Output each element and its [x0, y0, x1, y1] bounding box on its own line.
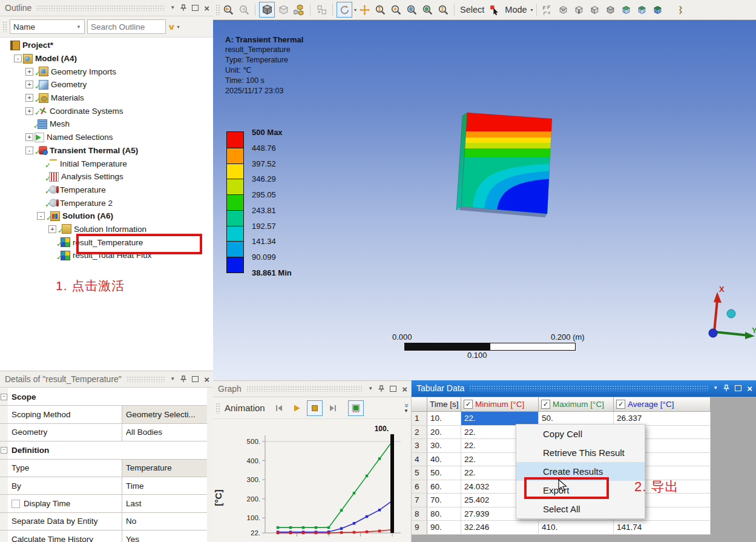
table-cell[interactable]: 40.	[427, 453, 461, 467]
skip-to-end-icon[interactable]	[326, 401, 340, 415]
expand-search-icon[interactable]: ∨	[167, 22, 176, 31]
panel-menu-caret-icon[interactable]: ▼	[713, 386, 718, 391]
tree-item[interactable]: -Model (A4)	[0, 52, 213, 65]
table-cell[interactable]: 410.	[539, 521, 614, 535]
unshaded-cube-icon[interactable]	[276, 2, 291, 17]
row-number-cell[interactable]: 3	[412, 439, 427, 453]
row-number-cell[interactable]: 1	[412, 412, 427, 426]
tree-item[interactable]: -✓Solution (A6)	[0, 210, 213, 223]
geometry-viewport[interactable]: A: Transient Thermalresult_TemperatureTy…	[213, 20, 756, 380]
tree-expander-icon[interactable]: +	[25, 68, 33, 76]
pin-icon[interactable]	[180, 375, 186, 383]
context-menu-item[interactable]: Copy Cell	[516, 425, 645, 443]
tree-expander-icon[interactable]: -	[14, 55, 22, 62]
close-icon[interactable]: ×	[747, 384, 752, 393]
details-row[interactable]: TypeTemperature	[0, 460, 207, 477]
viewports-icon[interactable]	[314, 2, 329, 17]
tree-item[interactable]: ✓result_Temperature	[0, 236, 213, 249]
select-face-icon[interactable]	[588, 2, 602, 17]
table-cell[interactable]: 20.	[427, 426, 461, 440]
select-mesh-node-icon[interactable]	[619, 2, 634, 17]
table-cell[interactable]: 90.	[427, 521, 461, 535]
pin-icon[interactable]	[180, 4, 186, 12]
column-header[interactable]: ✓Maximum [°C]	[539, 397, 614, 412]
details-row[interactable]: Separate Data by EntityNo	[0, 513, 207, 530]
details-value[interactable]: All Bodies	[122, 424, 207, 441]
explode-view-icon[interactable]	[292, 2, 306, 17]
tree-expander-icon[interactable]: +	[25, 107, 33, 115]
maximize-icon[interactable]	[390, 386, 396, 392]
tree-expander-icon[interactable]: +	[25, 81, 33, 88]
close-icon[interactable]: ×	[204, 375, 209, 384]
column-checkbox[interactable]: ✓	[541, 400, 550, 409]
tree-expander-icon[interactable]: +	[25, 94, 33, 102]
table-cell[interactable]: 32.246	[461, 521, 539, 535]
maximize-icon[interactable]	[192, 5, 199, 11]
context-menu-item[interactable]: Retrieve This Result	[516, 443, 645, 462]
tree-expander-icon[interactable]: -	[37, 212, 45, 220]
result-set-chart-icon[interactable]	[348, 400, 364, 416]
close-icon[interactable]: ×	[402, 385, 407, 394]
time-history-chart[interactable]: 500.400.300.200.100.22.[°C]100.	[213, 419, 412, 542]
row-number-cell[interactable]: 9	[412, 521, 427, 535]
close-icon[interactable]: ×	[204, 4, 209, 13]
rotate-icon[interactable]	[337, 2, 352, 18]
details-row[interactable]: Display TimeLast	[0, 495, 207, 512]
tree-item[interactable]: ✓result_Total Heat Flux	[0, 249, 213, 262]
row-number-cell[interactable]: 6	[412, 480, 427, 494]
select-mesh-elem-icon[interactable]	[651, 2, 665, 17]
zoom-all-icon[interactable]	[420, 2, 435, 17]
pin-icon[interactable]	[378, 385, 384, 392]
details-value[interactable]: Temperature	[122, 460, 207, 477]
details-value[interactable]: No	[122, 513, 207, 530]
zoom-prev-icon[interactable]	[436, 2, 450, 17]
play-icon[interactable]	[289, 401, 304, 415]
toolbar-grip[interactable]	[2, 21, 7, 32]
details-row[interactable]: GeometryAll Bodies	[0, 424, 207, 441]
shaded-cube-icon[interactable]	[259, 2, 275, 18]
details-row[interactable]: Scoping MethodGeometry Selecti...	[0, 406, 207, 423]
tree-item[interactable]: ✓Initial Temperature	[0, 157, 213, 170]
tree-expander-icon[interactable]: +	[25, 133, 33, 141]
row-number-cell[interactable]: 8	[412, 507, 427, 521]
maximize-icon[interactable]	[192, 376, 199, 382]
tree-item[interactable]: +✓Solution Information	[0, 223, 213, 236]
table-cell[interactable]: 80.	[427, 507, 461, 521]
zoom-box-icon[interactable]	[389, 2, 403, 17]
label-filter-icon[interactable]	[541, 2, 555, 17]
tree-item[interactable]: ✓Temperature	[0, 183, 213, 197]
maximize-icon[interactable]	[735, 385, 741, 391]
row-number-cell[interactable]: 2	[412, 426, 427, 440]
table-cell[interactable]: 60.	[427, 480, 461, 494]
toolbar-grip[interactable]	[215, 403, 220, 414]
mode-caret-icon[interactable]: ▾	[531, 7, 533, 13]
table-cell[interactable]: 141.74	[614, 521, 711, 535]
column-header[interactable]: ✓Average [°C]	[614, 397, 711, 412]
tree-item[interactable]: +✓Geometry	[0, 78, 213, 91]
table-corner-cell[interactable]	[412, 397, 427, 412]
toolbar-grip[interactable]	[215, 4, 220, 15]
toolbar-overflow-icon[interactable]	[669, 2, 684, 17]
more-options-caret-icon[interactable]: ▾	[177, 24, 180, 30]
details-section-row[interactable]: −Definition	[0, 441, 207, 459]
column-checkbox[interactable]: ✓	[616, 400, 625, 409]
skip-to-start-icon[interactable]	[272, 401, 286, 415]
table-row[interactable]: 990.32.246410.141.74	[412, 521, 711, 535]
rotate-caret-icon[interactable]: ▾	[354, 7, 357, 13]
context-menu-item[interactable]: Create Results	[516, 462, 645, 481]
table-cell[interactable]: 30.	[427, 439, 461, 453]
select-mesh-face-icon[interactable]	[635, 2, 649, 17]
column-header[interactable]: Time [s]	[427, 397, 461, 412]
details-section-row[interactable]: −Scope	[0, 388, 207, 406]
name-filter-dropdown[interactable]: Name ▼	[10, 19, 85, 34]
tree-expander-icon[interactable]: +	[48, 225, 56, 233]
collapse-icon[interactable]: −	[1, 394, 7, 400]
row-number-cell[interactable]: 7	[412, 494, 427, 507]
tree-item[interactable]: +✓Geometry Imports	[0, 65, 213, 78]
panel-menu-caret-icon[interactable]: ▼	[368, 386, 373, 391]
column-checkbox[interactable]: ✓	[464, 400, 473, 409]
context-menu-item[interactable]: Export	[516, 481, 645, 500]
pan-icon[interactable]	[357, 2, 372, 17]
select-body-icon[interactable]	[603, 2, 618, 17]
more-caret-icon[interactable]: ▼	[404, 408, 409, 414]
